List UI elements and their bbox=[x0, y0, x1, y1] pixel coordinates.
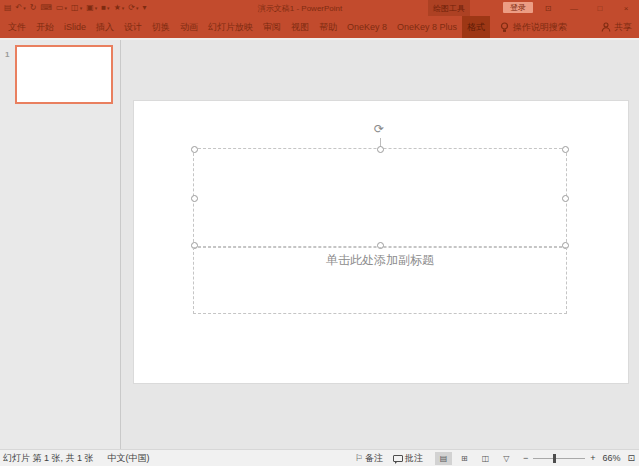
chevron-down-icon: ▾ bbox=[143, 4, 147, 12]
tell-me-search[interactable]: 操作说明搜索 bbox=[500, 21, 567, 34]
dropdown-caret-icon[interactable]: ▾ bbox=[65, 6, 68, 11]
redo-icon[interactable]: ↻ bbox=[30, 4, 37, 12]
keyboard-icon[interactable]: ⌨ bbox=[40, 4, 52, 12]
tab-islide[interactable]: iSlide bbox=[59, 16, 91, 38]
tell-me-label: 操作说明搜索 bbox=[513, 21, 567, 34]
person-icon bbox=[601, 22, 611, 32]
lightbulb-icon bbox=[500, 22, 509, 33]
fill-glyph: ■ bbox=[101, 4, 106, 12]
redo-glyph: ↻ bbox=[30, 4, 37, 12]
slide-sorter-icon: ⊞ bbox=[461, 454, 468, 463]
window-controls: ⊡ — □ × bbox=[535, 0, 639, 16]
contextual-tab-group-drawing-tools: 绘图工具 bbox=[428, 0, 470, 16]
zoom-out-button[interactable]: − bbox=[523, 453, 528, 463]
slide-number: 1 bbox=[5, 50, 9, 59]
save-glyph: ▤ bbox=[4, 4, 12, 12]
resize-handle-middle-right[interactable] bbox=[562, 195, 569, 202]
minimize-button[interactable]: — bbox=[561, 0, 587, 16]
star-glyph: ★ bbox=[114, 4, 121, 12]
view-reading-button[interactable]: ◫ bbox=[477, 452, 494, 465]
notes-button[interactable]: ⚐ 备注 bbox=[355, 452, 383, 465]
subtitle-prompt-text: 单击此处添加副标题 bbox=[326, 253, 434, 267]
shapes-icon[interactable]: ▣▾ bbox=[86, 4, 97, 12]
star-icon[interactable]: ★▾ bbox=[114, 4, 125, 12]
tab-onekey8[interactable]: OneKey 8 bbox=[342, 16, 392, 38]
slide-page[interactable]: ⟳ 单击此处添加副标题 bbox=[133, 100, 629, 384]
editing-canvas[interactable]: ⟳ 单击此处添加副标题 bbox=[121, 40, 639, 449]
slides-panel[interactable]: 1 bbox=[0, 40, 120, 449]
maximize-button[interactable]: □ bbox=[587, 0, 613, 16]
normal-view-icon: ▤ bbox=[440, 454, 448, 463]
status-bar-right: ⚐ 备注 批注 ▤ ⊞ ◫ ▽ − + 66% ⊡ bbox=[345, 452, 635, 465]
view-sorter-button[interactable]: ⊞ bbox=[456, 452, 473, 465]
new-slide-glyph: ▭ bbox=[56, 4, 64, 12]
tab-view[interactable]: 视图 bbox=[286, 16, 314, 38]
zoom-slider-thumb[interactable] bbox=[553, 454, 556, 463]
resize-handle-top-center[interactable] bbox=[377, 146, 384, 153]
slide-thumbnail[interactable] bbox=[15, 45, 113, 104]
title-bar: ▤ ↶▾ ↻ ⌨ ▭▾ ◫▾ ▣▾ ■▾ ★▾ ⟳▾ ▾ 演示文稿1 - Pow… bbox=[0, 0, 639, 16]
slide-count-status: 幻灯片 第 1 张, 共 1 张 bbox=[3, 452, 94, 465]
dropdown-caret-icon[interactable]: ▾ bbox=[136, 6, 139, 11]
powerpoint-window: ▤ ↶▾ ↻ ⌨ ▭▾ ◫▾ ▣▾ ■▾ ★▾ ⟳▾ ▾ 演示文稿1 - Pow… bbox=[0, 0, 639, 466]
zoom-slider[interactable] bbox=[533, 458, 585, 459]
notes-label: 备注 bbox=[365, 452, 383, 465]
new-slide-icon[interactable]: ▭▾ bbox=[56, 4, 67, 12]
tab-format[interactable]: 格式 bbox=[462, 16, 490, 38]
tab-slideshow[interactable]: 幻灯片放映 bbox=[203, 16, 258, 38]
resize-handle-top-right[interactable] bbox=[562, 146, 569, 153]
status-bar: 幻灯片 第 1 张, 共 1 张 中文(中国) ⚐ 备注 批注 ▤ ⊞ ◫ ▽ … bbox=[0, 449, 639, 466]
resize-handle-middle-left[interactable] bbox=[191, 195, 198, 202]
slideshow-icon: ▽ bbox=[503, 454, 509, 463]
keyboard-glyph: ⌨ bbox=[40, 4, 52, 12]
qat-overflow-chevron[interactable]: ▾ bbox=[143, 4, 147, 12]
tab-design[interactable]: 设计 bbox=[119, 16, 147, 38]
zoom-percent[interactable]: 66% bbox=[602, 453, 620, 463]
tab-review[interactable]: 审阅 bbox=[258, 16, 286, 38]
zoom-in-button[interactable]: + bbox=[590, 453, 595, 463]
rotation-handle-icon[interactable]: ⟳ bbox=[374, 123, 384, 135]
fill-icon[interactable]: ■▾ bbox=[101, 4, 109, 12]
tab-file[interactable]: 文件 bbox=[3, 16, 31, 38]
sign-in-button[interactable]: 登录 bbox=[503, 2, 533, 13]
share-label: 共享 bbox=[614, 21, 632, 34]
share-button[interactable]: 共享 bbox=[601, 21, 632, 34]
tab-home[interactable]: 开始 bbox=[31, 16, 59, 38]
title-placeholder-selected[interactable]: ⟳ bbox=[193, 148, 567, 247]
undo-glyph: ↶ bbox=[16, 4, 23, 12]
dropdown-caret-icon[interactable]: ▾ bbox=[107, 6, 110, 11]
save-icon[interactable]: ▤ bbox=[4, 4, 12, 12]
dropdown-caret-icon[interactable]: ▾ bbox=[80, 6, 83, 11]
ribbon-tab-bar: 文件 开始 iSlide 插入 设计 切换 动画 幻灯片放映 审阅 视图 帮助 … bbox=[0, 16, 639, 38]
language-status[interactable]: 中文(中国) bbox=[108, 452, 150, 465]
reset-icon[interactable]: ⟳▾ bbox=[128, 4, 138, 12]
ribbon-display-options-button[interactable]: ⊡ bbox=[535, 0, 561, 16]
shapes-glyph: ▣ bbox=[86, 4, 94, 12]
notes-icon: ⚐ bbox=[355, 453, 363, 463]
comments-label: 批注 bbox=[405, 452, 423, 465]
tab-transitions[interactable]: 切换 bbox=[147, 16, 175, 38]
quick-access-toolbar: ▤ ↶▾ ↻ ⌨ ▭▾ ◫▾ ▣▾ ■▾ ★▾ ⟳▾ ▾ bbox=[4, 0, 147, 16]
subtitle-placeholder[interactable]: 单击此处添加副标题 bbox=[193, 247, 567, 314]
tab-insert[interactable]: 插入 bbox=[91, 16, 119, 38]
tab-help[interactable]: 帮助 bbox=[314, 16, 342, 38]
comments-button[interactable]: 批注 bbox=[393, 452, 423, 465]
view-switcher: ▤ ⊞ ◫ ▽ bbox=[435, 452, 515, 465]
layout-icon[interactable]: ◫▾ bbox=[71, 4, 82, 12]
tab-animations[interactable]: 动画 bbox=[175, 16, 203, 38]
close-button[interactable]: × bbox=[613, 0, 639, 16]
tab-onekey8-plus[interactable]: OneKey 8 Plus bbox=[392, 16, 462, 38]
view-normal-button[interactable]: ▤ bbox=[435, 452, 452, 465]
dropdown-caret-icon[interactable]: ▾ bbox=[122, 6, 125, 11]
reset-glyph: ⟳ bbox=[128, 4, 135, 12]
layout-glyph: ◫ bbox=[71, 4, 79, 12]
comment-icon bbox=[393, 455, 403, 462]
resize-handle-top-left[interactable] bbox=[191, 146, 198, 153]
dropdown-caret-icon[interactable]: ▾ bbox=[23, 6, 26, 11]
dropdown-caret-icon[interactable]: ▾ bbox=[95, 6, 98, 11]
window-title: 演示文稿1 - PowerPoint bbox=[180, 0, 420, 16]
undo-icon[interactable]: ↶▾ bbox=[16, 4, 26, 12]
view-slideshow-button[interactable]: ▽ bbox=[498, 452, 515, 465]
fit-to-window-icon[interactable]: ⊡ bbox=[627, 453, 635, 463]
zoom-control: − + bbox=[523, 453, 596, 463]
